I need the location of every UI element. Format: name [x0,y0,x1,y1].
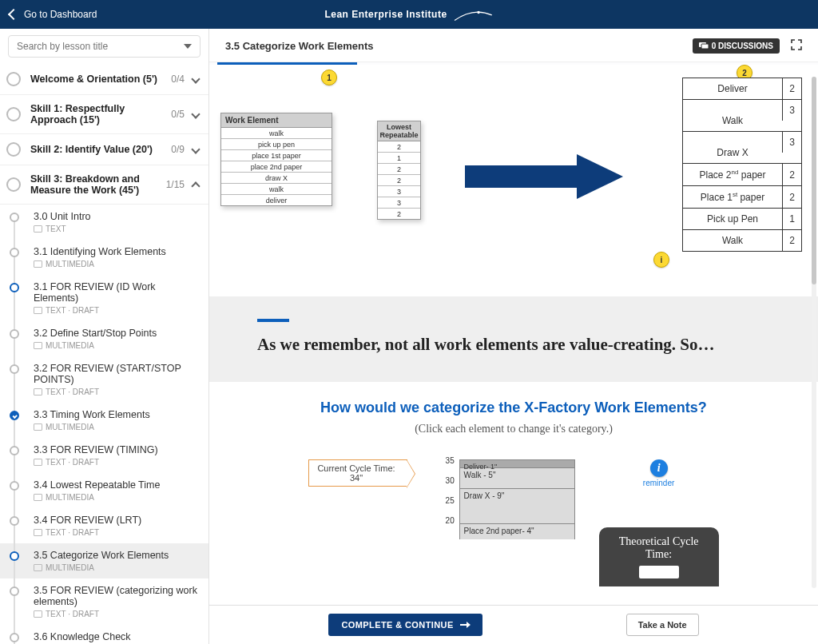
work-element-table: Work Element walkpick up penplace 1st pa… [220,113,332,206]
lesson-title: 3.2 Define Start/Stop Points [34,328,201,339]
table-row: draw X [221,173,332,184]
lesson-item[interactable]: 3.2 Define Start/Stop Points MULTIMEDIA [0,321,208,356]
file-icon [34,225,42,233]
chevron-down-icon [191,145,200,153]
stack-bar[interactable]: Draw X - 9" [459,488,575,523]
lesson-title: 3.4 FOR REVIEW (LRT) [34,515,201,526]
current-cycle-time-tag: Current Cycle Time: 34" [308,459,407,487]
lesson-item[interactable]: 3.2 FOR REVIEW (START/STOP POINTS) TEXT … [0,356,208,403]
table-row: Draw X3 [683,132,801,164]
stack-chart: Deliver- 1"Walk - 5"Draw X - 9"Place 2nd… [431,459,575,539]
arrow-right-icon [460,624,470,626]
progress-dot-icon [10,481,19,491]
lesson-item[interactable]: 3.5 FOR REVIEW (categorizing work elemen… [0,578,208,625]
lesson-meta: MULTIMEDIA [34,563,201,572]
axis-tick: 35 [446,456,455,465]
lesson-meta: MULTIMEDIA [34,493,201,502]
table-row: pick up pen [221,139,332,150]
section-header[interactable]: Skill 1: Respectfully Approach (15') 0/5 [0,95,208,134]
progress-dot-icon [10,411,19,420]
axis-tick: 20 [446,516,455,525]
search-lesson-select[interactable]: Search by lesson title [8,35,201,58]
axis-tick: 30 [446,476,455,485]
comment-icon [699,42,709,50]
stack-bar[interactable]: Walk - 5" [459,467,575,488]
lesson-title: 3.4 Lowest Repeatable Time [34,479,201,491]
progress-ring-icon [6,142,21,157]
discussions-button[interactable]: 0 DISCUSSIONS [693,38,780,54]
lesson-item[interactable]: 3.0 Unit Intro TEXT [0,205,208,240]
lesson-item[interactable]: 3.1 FOR REVIEW (ID Work Elements) TEXT ·… [0,275,208,321]
section-count: 0/9 [171,144,185,155]
lesson-title: 3.1 FOR REVIEW (ID Work Elements) [34,281,201,304]
content-header: 3.5 Categorize Work Elements 0 DISCUSSIO… [209,29,818,62]
heading-band: As we remember, not all work elements ar… [209,296,818,382]
table-row: 3 [378,186,420,197]
lesson-item[interactable]: 3.6 Knowledge Check MULTIMEDIA [0,625,208,644]
section-header[interactable]: Skill 2: Identify Value (20') 0/9 [0,134,208,165]
stack-bar[interactable]: Place 2nd paper- 4" [459,523,575,539]
progress-dot-icon [10,586,19,596]
lesson-title: 3.6 Knowledge Check [34,631,201,642]
interactive-chart-zone: Current Cycle Time: 34" Deliver- 1"Walk … [249,459,778,586]
badge-info-icon[interactable]: i [653,252,669,268]
lesson-item[interactable]: 3.4 FOR REVIEW (LRT) TEXT · DRAFT [0,508,208,543]
table-row: 2 [378,209,420,219]
file-icon [34,564,42,571]
section-header[interactable]: Welcome & Orientation (5') 0/4 [0,64,208,95]
go-to-dashboard-link[interactable]: Go to Dashboard [10,9,97,20]
file-icon [34,388,42,396]
content-footer: COMPLETE & CONTINUE Take a Note [209,605,818,644]
progress-dot-icon [10,516,19,526]
progress-dot-icon [10,551,19,561]
file-icon [34,459,42,466]
section-title: Skill 3: Breakdown and Measure the Work … [30,173,166,196]
chevron-down-icon [191,109,200,118]
progress-dot-icon [10,446,19,455]
lesson-title: 3.5 FOR REVIEW (categorizing work elemen… [34,585,201,607]
section-header[interactable]: Skill 3: Breakdown and Measure the Work … [0,165,208,205]
topbar: Go to Dashboard Lean Enterprise Institut… [0,0,818,29]
theoretical-cycle-time-box: Theoretical Cycle Time: [599,527,719,586]
table-row: place 2nd paper [221,161,332,173]
table-row: 2 [378,164,420,175]
table-row: place 1st paper [221,150,332,161]
content-body[interactable]: 1 2 i Work Element walkpick up penplace … [209,65,818,605]
lesson-meta: TEXT · DRAFT [34,610,201,618]
expand-icon [791,39,802,50]
lesson-item[interactable]: 3.4 Lowest Repeatable Time MULTIMEDIA [0,473,208,508]
progress-dot-icon [10,633,19,642]
take-note-button[interactable]: Take a Note [626,614,699,636]
lesson-title: 3.3 FOR REVIEW (TIMING) [34,444,201,455]
table-row: Place 1st paper2 [683,186,801,209]
reminder-button[interactable]: i reminder [643,459,674,487]
scrollbar-thumb[interactable] [812,77,816,284]
badge-1: 1 [321,70,337,85]
accent-line [257,319,289,322]
file-icon [34,260,42,268]
table-row: Pick up Pen1 [683,209,801,230]
back-label: Go to Dashboard [24,9,97,20]
progress-dot-icon [10,248,19,257]
fullscreen-button[interactable] [791,39,802,54]
content-pane: 3.5 Categorize Work Elements 0 DISCUSSIO… [209,29,818,644]
lesson-item[interactable]: 3.1 Identifying Work Elements MULTIMEDIA [0,240,208,275]
brand-swoosh-icon [454,6,494,23]
band-heading: As we remember, not all work elements ar… [257,335,770,355]
lrt-table: Lowest Repeatable 2122332 [377,121,421,220]
file-icon [34,610,42,618]
chevron-down-icon [191,74,200,83]
axis-tick: 25 [446,496,455,505]
section-title: Welcome & Orientation (5') [30,74,171,85]
chevron-down-icon [191,181,200,190]
progress-ring-icon [6,107,21,121]
complete-continue-button[interactable]: COMPLETE & CONTINUE [328,614,482,636]
lesson-item[interactable]: 3.3 Timing Work Elements MULTIMEDIA [0,403,208,438]
lesson-item[interactable]: 3.5 Categorize Work Elements MULTIMEDIA [0,543,208,578]
chevron-down-icon [184,44,192,49]
svg-marker-3 [465,154,623,199]
section-title: Skill 1: Respectfully Approach (15') [30,103,171,125]
progress-dot-icon [10,329,19,339]
stack-bar[interactable]: Deliver- 1" [459,459,575,467]
lesson-item[interactable]: 3.3 FOR REVIEW (TIMING) TEXT · DRAFT [0,438,208,473]
